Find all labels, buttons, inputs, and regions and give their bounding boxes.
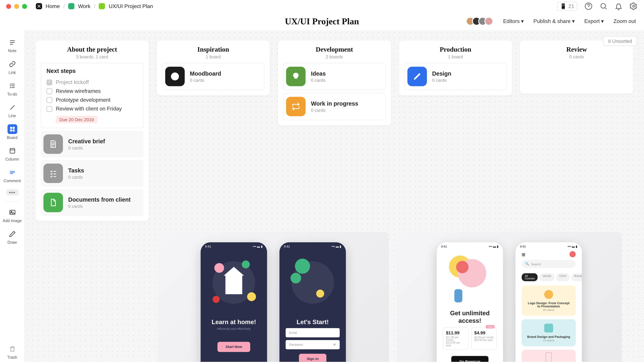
start-now-button[interactable]: Start Now [218, 342, 250, 352]
minimize-window[interactable] [14, 4, 19, 8]
svg-rect-5 [10, 129, 12, 131]
note-icon [8, 37, 17, 47]
board-creative-brief[interactable]: Creative brief0 cards [41, 131, 143, 157]
sidebar-trash[interactable]: Trash [0, 342, 24, 362]
trash-icon [8, 344, 17, 354]
price-option[interactable]: -50%$4.99$4.99 per month$59.99 per year [471, 327, 497, 350]
password-field[interactable]: Password👁 [286, 340, 340, 349]
sidebar-link[interactable]: Link [0, 57, 24, 77]
checkbox-icon[interactable] [46, 79, 52, 85]
unsorted-badge[interactable]: 0Unsorted [603, 36, 637, 46]
publish-dropdown[interactable]: Publish & share▾ [534, 18, 575, 24]
column-review[interactable]: Review0 cards [520, 41, 633, 94]
sidebar-more[interactable]: ••• [0, 187, 24, 197]
search-icon[interactable] [600, 2, 608, 10]
editors-dropdown[interactable]: Editors▾ [503, 18, 524, 24]
due-badge: Due 20 Dec 2019 [56, 116, 98, 123]
checkbox-icon[interactable] [46, 106, 52, 112]
eye-icon[interactable]: 👁 [333, 343, 336, 346]
svg-rect-6 [12, 129, 14, 131]
sidebar-note[interactable]: Note [0, 35, 24, 55]
board-tasks[interactable]: Tasks0 cards [41, 160, 143, 186]
bulb-icon [286, 67, 306, 86]
zoom-out-button[interactable]: Zoom out [614, 18, 636, 24]
chip[interactable]: All Courses [522, 273, 538, 281]
maximize-window[interactable] [22, 4, 27, 8]
column-development[interactable]: Development2 boards Ideas0 cards Work in… [278, 41, 391, 126]
export-dropdown[interactable]: Export▾ [584, 18, 604, 24]
column-title: Review [525, 46, 628, 53]
phone-mockup: 9:41••• ▬ ▮ Let's Start! Email Password👁… [280, 242, 346, 362]
mockup-preview-left[interactable]: 9:41••• ▬ ▮ Learn at home! efficiently a… [158, 232, 389, 362]
sidebar-draw[interactable]: Draw [0, 227, 24, 247]
chevron-down-icon: ▾ [572, 18, 575, 24]
line-icon [8, 103, 17, 112]
next-steps-card[interactable]: Next steps Project kickoff Review wirefr… [41, 63, 143, 128]
todo-icon [8, 81, 17, 91]
go-premium-button[interactable]: Go Premium [451, 356, 488, 362]
chevron-down-icon: ▾ [601, 18, 604, 24]
board-ideas[interactable]: Ideas0 cards [283, 63, 386, 90]
column-inspiration[interactable]: Inspiration1 board Moodboard0 cards [156, 41, 270, 96]
link-icon [8, 59, 17, 69]
help-icon[interactable] [584, 2, 592, 10]
board-documents[interactable]: Documents from client0 cards [41, 189, 143, 216]
sidebar-line[interactable]: Line [0, 100, 24, 120]
sidebar-todo[interactable]: To-do [0, 79, 24, 99]
bell-icon[interactable] [615, 2, 623, 10]
gear-icon[interactable] [630, 2, 638, 10]
signin-button[interactable]: Sign in [299, 354, 326, 362]
checkbox-icon[interactable] [46, 97, 52, 103]
svg-rect-3 [10, 127, 12, 129]
chip[interactable]: UX/UI [556, 273, 569, 281]
phone-mockup: 9:41••• ▬ ▮ ⊞ 🔍Search All Courses Identi… [516, 242, 582, 362]
close-window[interactable] [6, 4, 11, 8]
editor-avatars[interactable] [469, 17, 494, 26]
sync-icon [286, 97, 306, 116]
crumb-plan[interactable]: UX/UI Project Plan [109, 3, 153, 9]
canvas[interactable]: 0Unsorted About the project3 boards, 1 c… [25, 30, 644, 362]
sidebar-comment[interactable]: Comment [0, 166, 24, 185]
sidebar-board[interactable]: Board [0, 122, 24, 142]
svg-rect-7 [10, 149, 14, 153]
chip[interactable]: Identity [540, 273, 554, 281]
image-icon [8, 207, 17, 217]
sidebar-add-image[interactable]: Add image [0, 205, 24, 225]
notification-icon[interactable] [570, 251, 576, 257]
board-moodboard[interactable]: Moodboard0 cards [162, 63, 264, 90]
svg-point-2 [632, 5, 634, 7]
column-production[interactable]: Production1 board Design0 cards [399, 41, 512, 96]
page-title: UX/UI Project Plan [285, 16, 359, 26]
phone-mockup: 9:41••• ▬ ▮ Learn at home! efficiently a… [200, 242, 267, 362]
todo-item[interactable]: Project kickoff [46, 78, 138, 87]
board-wip[interactable]: Work in progress0 cards [283, 93, 386, 120]
email-field[interactable]: Email [286, 328, 340, 337]
svg-point-1 [601, 3, 606, 8]
file-icon [44, 193, 63, 212]
device-count[interactable]: 📱 21 [557, 2, 578, 11]
todo-item[interactable]: Prototype development [46, 96, 138, 104]
column-title: About the project [41, 46, 143, 53]
course-card[interactable] [522, 350, 576, 362]
grid-icon[interactable]: ⊞ [522, 252, 525, 257]
board-icon [8, 124, 17, 134]
pen-icon [407, 67, 427, 86]
course-card[interactable]: Logo Design: From Concept to Presentatio… [522, 286, 576, 316]
todo-item[interactable]: Review wireframes [46, 87, 138, 96]
column-about[interactable]: About the project3 boards, 1 card Next s… [36, 41, 149, 221]
chip[interactable]: Branding [571, 273, 582, 281]
course-card[interactable]: Brand Design and Packaging 15 videos [522, 319, 576, 346]
price-option[interactable]: $11.99$11.99 per month$142.99 per year [443, 327, 468, 350]
todo-item[interactable]: Review with client on Friday [46, 104, 138, 113]
crumb-work[interactable]: Work [78, 3, 90, 9]
board-design[interactable]: Design0 cards [404, 63, 507, 90]
sidebar-column[interactable]: Column [0, 144, 24, 164]
column-icon [8, 146, 17, 156]
column-title: Production [404, 46, 507, 53]
checkbox-icon[interactable] [46, 88, 52, 94]
crumb-home[interactable]: Home [46, 3, 60, 9]
more-icon: ••• [6, 189, 18, 195]
breadcrumb: Home / Work / UX/UI Project Plan [36, 3, 153, 9]
search-input[interactable]: 🔍Search [522, 260, 576, 268]
mockup-preview-right[interactable]: 9:41••• ▬ ▮ Get unlimited access! $11.99… [397, 232, 622, 362]
